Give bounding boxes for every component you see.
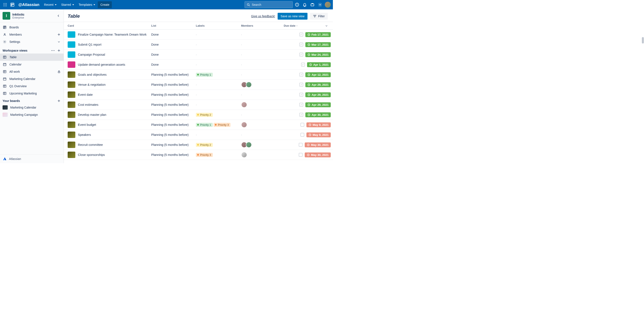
account-avatar[interactable] xyxy=(324,1,331,8)
due-complete-checkbox[interactable] xyxy=(299,153,302,157)
due-complete-checkbox[interactable] xyxy=(300,33,303,36)
due-date-badge[interactable]: Apr 12, 2021 xyxy=(305,72,331,77)
due-complete-checkbox[interactable] xyxy=(300,53,303,56)
feedback-link[interactable]: Give us feedback! xyxy=(251,14,275,18)
svg-point-4 xyxy=(5,4,6,5)
label-pill[interactable]: Priority 3 xyxy=(196,153,213,157)
table-row[interactable]: Venue & negotiationPlanning (5 months be… xyxy=(64,80,333,90)
due-complete-checkbox[interactable] xyxy=(300,133,304,137)
due-date-badge[interactable]: Apr 1, 2021 xyxy=(307,62,331,67)
starred-menu[interactable]: Starred xyxy=(59,1,76,8)
templates-menu[interactable]: Templates xyxy=(76,1,98,8)
label-pill[interactable]: Priority 2 xyxy=(196,143,213,147)
due-complete-checkbox[interactable] xyxy=(300,123,304,127)
sidebar-item-label: Boards xyxy=(10,25,19,29)
due-complete-checkbox[interactable] xyxy=(300,103,303,107)
trello-logo-icon[interactable] xyxy=(9,1,16,8)
th-labels[interactable]: Labels xyxy=(194,22,239,30)
table-row[interactable]: Event datePlanning (5 months before) Apr… xyxy=(64,90,333,100)
add-view-icon[interactable] xyxy=(57,48,61,53)
sidebar-collapse-button[interactable] xyxy=(56,13,61,18)
member-avatar[interactable] xyxy=(246,82,252,88)
label-pill[interactable]: Priority 3 xyxy=(214,123,230,127)
apps-switcher-icon[interactable] xyxy=(2,1,8,8)
sidebar-view-item[interactable]: Q1 Overview xyxy=(0,82,64,90)
sidebar-view-item[interactable]: Table xyxy=(0,53,64,61)
label-pill[interactable]: Priority 1 xyxy=(196,123,213,127)
sidebar-view-item[interactable]: Upcoming Marketing xyxy=(0,90,64,97)
sidebar-board-item[interactable]: Marketing Campaign xyxy=(0,111,64,118)
svg-point-7 xyxy=(5,6,6,6)
label-dot-icon xyxy=(197,154,199,156)
due-complete-checkbox[interactable] xyxy=(300,113,303,117)
sidebar-view-item[interactable]: Calendar xyxy=(0,61,64,68)
table-row[interactable]: Recruit committeePlanning (5 months befo… xyxy=(64,140,333,150)
notifications-icon[interactable] xyxy=(301,1,308,8)
table-row[interactable]: SpeakersPlanning (5 months before) May 9… xyxy=(64,130,333,140)
due-complete-checkbox[interactable] xyxy=(299,143,302,147)
due-date-text: May 9, 2021 xyxy=(312,133,328,136)
due-date-badge[interactable]: Apr 29, 2021 xyxy=(305,82,331,87)
due-date-badge[interactable]: May 9, 2021 xyxy=(306,122,331,127)
due-date-badge[interactable]: May 9, 2021 xyxy=(306,132,331,137)
save-view-button[interactable]: Save as new view xyxy=(278,13,308,20)
card-title: Cost estimates xyxy=(78,103,98,106)
settings-gear-icon[interactable] xyxy=(317,1,324,8)
due-date-badge[interactable]: Feb 17, 2021 xyxy=(305,32,331,37)
due-date-badge[interactable]: Apr 29, 2021 xyxy=(305,102,331,107)
th-members[interactable]: Members xyxy=(239,22,282,30)
table-row[interactable]: Finalize Campaign Name: Teamwork Dream W… xyxy=(64,30,333,40)
member-avatar[interactable] xyxy=(246,142,252,148)
sidebar-item-boards[interactable]: Boards xyxy=(0,24,64,31)
expand-settings-icon[interactable] xyxy=(57,40,61,44)
sidebar-footer[interactable]: Atlassian xyxy=(0,154,64,163)
th-card[interactable]: Card xyxy=(64,22,149,30)
recent-menu[interactable]: Recent xyxy=(42,1,58,8)
search-box[interactable] xyxy=(244,1,293,8)
add-member-icon[interactable] xyxy=(57,32,61,37)
filter-button[interactable]: Filter xyxy=(310,13,328,20)
member-avatar[interactable] xyxy=(241,122,247,128)
sidebar-view-item[interactable]: All work xyxy=(0,68,64,75)
search-input[interactable] xyxy=(252,3,290,6)
table-row[interactable]: Close sponsorshipsPlanning (5 months bef… xyxy=(64,150,333,160)
table-row[interactable]: Submit Q1 reportDone Mar 17, 2021 xyxy=(64,40,333,50)
table-row[interactable]: Develop master planPlanning (5 months be… xyxy=(64,110,333,120)
due-date-badge[interactable]: Apr 29, 2021 xyxy=(305,92,331,97)
table-row[interactable]: Campaign ProposalDone Mar 24, 2021 xyxy=(64,50,333,60)
table-row[interactable]: Update demand generation assetsDone Apr … xyxy=(64,60,333,70)
due-complete-checkbox[interactable] xyxy=(300,83,303,87)
sidebar-item-members[interactable]: Members xyxy=(0,31,64,38)
sidebar-view-item[interactable]: Marketing Calendar xyxy=(0,75,64,82)
th-list[interactable]: List xyxy=(149,22,194,30)
sidebar-board-item[interactable]: Marketing Calendar xyxy=(0,104,64,111)
create-button[interactable]: Create xyxy=(98,1,112,8)
labels-cell: Priority 3 xyxy=(194,150,239,160)
table-row[interactable]: Cost estimatesPlanning (5 months before)… xyxy=(64,100,333,110)
brand-home[interactable]: @Atlassian xyxy=(16,1,42,8)
due-complete-checkbox[interactable] xyxy=(301,63,305,66)
add-board-icon[interactable] xyxy=(57,99,61,103)
member-avatar[interactable] xyxy=(241,152,247,158)
table-row[interactable]: Goals and objectivesPlanning (5 months b… xyxy=(64,70,333,80)
due-date-badge[interactable]: Mar 24, 2021 xyxy=(305,52,331,57)
due-complete-checkbox[interactable] xyxy=(300,43,303,46)
due-date-badge[interactable]: Apr 30, 2021 xyxy=(305,112,331,117)
briefcase-icon[interactable] xyxy=(309,1,316,8)
table-row[interactable]: Event budgetPlanning (5 months before)Pr… xyxy=(64,120,333,130)
views-more-icon[interactable] xyxy=(51,48,55,53)
due-date-badge[interactable]: May 30, 2021 xyxy=(305,142,331,147)
member-avatar[interactable] xyxy=(241,102,247,108)
due-complete-checkbox[interactable] xyxy=(300,73,303,76)
due-date-badge[interactable]: May 30, 2021 xyxy=(305,152,331,157)
due-complete-checkbox[interactable] xyxy=(300,93,303,97)
label-pill[interactable]: Priority 2 xyxy=(196,113,213,117)
save-view-label: Save as new view xyxy=(280,14,304,18)
label-pill[interactable]: Priority 1 xyxy=(196,73,213,77)
sidebar-item-settings[interactable]: Settings xyxy=(0,38,64,45)
members-cell xyxy=(239,110,282,120)
due-date-badge[interactable]: Mar 17, 2021 xyxy=(305,42,331,47)
th-actions[interactable] xyxy=(323,22,333,30)
info-icon[interactable] xyxy=(294,1,300,8)
th-due-date[interactable]: Due date↑ xyxy=(282,22,323,30)
